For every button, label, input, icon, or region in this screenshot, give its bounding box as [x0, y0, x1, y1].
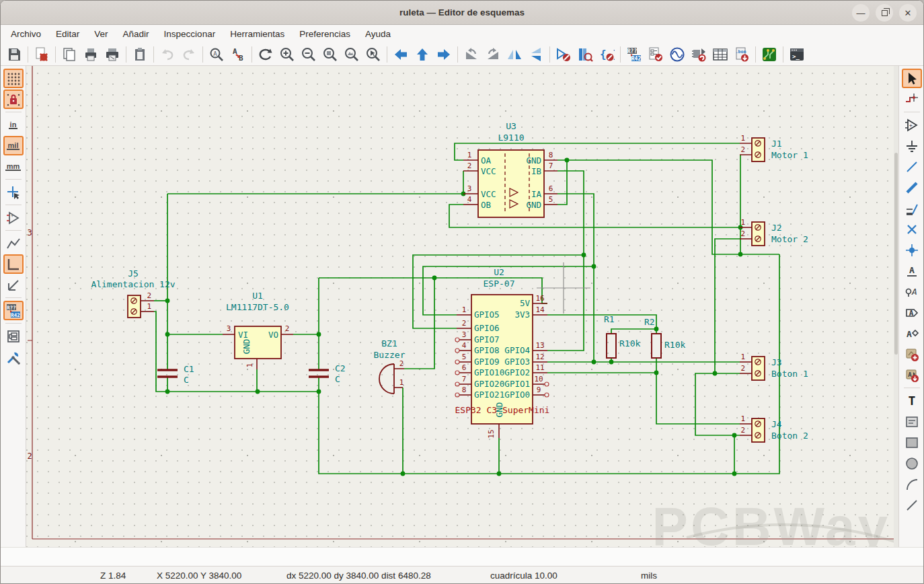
restore-button[interactable] — [876, 4, 893, 22]
highlight-net-tool[interactable] — [902, 89, 922, 109]
rectangle-tool[interactable] — [902, 433, 922, 452]
free-angle-wires-button[interactable] — [3, 233, 24, 253]
line-tool[interactable] — [902, 495, 922, 515]
junction-tool[interactable] — [902, 240, 922, 260]
erc-check-button[interactable] — [645, 44, 666, 65]
nav-up-button[interactable] — [412, 44, 433, 65]
symbol-fields-table-button[interactable] — [709, 44, 731, 65]
browse-symbol-libraries-button[interactable] — [574, 44, 596, 65]
app-window: ruleta — Editor de esquemas — ✕ Archivo … — [0, 0, 924, 584]
menu-archivo[interactable]: Archivo — [3, 27, 48, 41]
menu-preferencias[interactable]: Preferencias — [292, 27, 358, 41]
print-button[interactable] — [80, 44, 102, 65]
save-button[interactable] — [3, 44, 25, 65]
hv-wires-button[interactable] — [3, 254, 24, 274]
component-j5[interactable]: J5 Alimentacion 12v 2 1 — [91, 268, 175, 318]
schematic-setup-button[interactable] — [31, 44, 52, 65]
zoom-fit-objects-button[interactable] — [341, 44, 362, 65]
zoom-fit-page-button[interactable] — [319, 44, 341, 65]
undo-button[interactable] — [157, 44, 178, 65]
unit-inches-button[interactable]: in — [3, 115, 24, 135]
nav-back-button[interactable] — [390, 44, 412, 65]
cursor-shape-toggle[interactable] — [3, 182, 24, 202]
find-button[interactable]: A — [206, 44, 227, 65]
plot-button[interactable] — [102, 44, 123, 65]
scripting-console-button[interactable]: >_ — [786, 44, 808, 65]
mirror-horizontal-button[interactable] — [504, 44, 525, 65]
arc-tool[interactable] — [902, 474, 922, 494]
edit-symbol-fields-button[interactable]: { } — [596, 44, 617, 65]
menu-ayuda[interactable]: Ayuda — [358, 27, 398, 41]
net-label-tool[interactable]: A — [902, 261, 922, 281]
component-c1[interactable]: C1 C — [157, 364, 194, 385]
zoom-in-button[interactable] — [276, 44, 298, 65]
annotate-symbols-button[interactable]: R??R42 — [623, 44, 645, 65]
component-bz1[interactable]: BZ1 Buzzer 2 1 — [374, 338, 406, 394]
component-j1[interactable]: 1 2 J1 Motor 1 — [740, 134, 808, 161]
component-u3[interactable]: U3 L9110 1 2 3 4 8 7 6 5 OA VCC VCC OB G… — [463, 121, 557, 217]
wires-45-button[interactable] — [3, 275, 24, 295]
hierarchy-navigator-toggle[interactable] — [3, 326, 24, 346]
zoom-selection-button[interactable] — [362, 44, 384, 65]
properties-panel-toggle[interactable] — [3, 347, 24, 367]
grid-override-lock-toggle[interactable] — [3, 89, 24, 109]
svg-text:1: 1 — [245, 363, 254, 368]
menu-inspeccionar[interactable]: Inspeccionar — [157, 27, 223, 41]
nav-forward-button[interactable] — [433, 44, 455, 65]
find-replace-button[interactable]: AB — [227, 44, 249, 65]
place-symbol-tool[interactable]: + — [902, 115, 922, 135]
mirror-vertical-button[interactable] — [525, 44, 547, 65]
paste-button[interactable] — [129, 44, 151, 65]
schematic-drawing[interactable]: 3 2 — [26, 66, 898, 547]
select-tool[interactable] — [902, 69, 922, 88]
place-power-port-tool[interactable] — [902, 136, 922, 155]
horizontal-scrollbar[interactable] — [1, 547, 923, 566]
add-sheet-tool[interactable] — [902, 344, 922, 364]
import-sheet-pin-tool[interactable]: A — [902, 365, 922, 385]
global-label-tool[interactable]: A — [902, 282, 922, 301]
component-r1[interactable]: R1 R10k — [604, 314, 640, 358]
schematic-canvas[interactable]: 3 2 — [26, 66, 898, 547]
menu-ver[interactable]: Ver — [87, 27, 115, 41]
menu-editar[interactable]: Editar — [48, 27, 87, 41]
simulator-button[interactable] — [666, 44, 688, 65]
component-j3[interactable]: 1 2 J3 Boton 1 — [740, 353, 808, 380]
no-connect-tool[interactable] — [902, 219, 922, 239]
minimize-button[interactable]: — — [852, 4, 870, 22]
draw-bus-tool[interactable] — [902, 178, 922, 197]
draw-wire-tool[interactable] — [902, 157, 922, 176]
netclass-directive-tool[interactable]: A — [902, 324, 922, 343]
page-settings-button[interactable] — [59, 44, 80, 65]
component-u2[interactable]: U2 ESP-07 1 2 3 4 5 6 7 8 16 14 13 12 11… — [455, 267, 550, 439]
u1-ref: U1 — [252, 291, 263, 301]
hidden-pins-toggle[interactable]: + — [3, 208, 24, 227]
grid-dots-toggle[interactable] — [3, 69, 24, 88]
component-j4[interactable]: 1 2 J4 Boton 2 — [740, 414, 808, 442]
annotate-auto-toggle[interactable]: R??R42 — [3, 301, 24, 320]
rotate-cw-button[interactable] — [482, 44, 504, 65]
menu-anadir[interactable]: Añadir — [116, 27, 157, 41]
bus-entry-tool[interactable] — [902, 198, 922, 218]
textbox-tool[interactable] — [902, 412, 922, 431]
zoom-out-button[interactable] — [298, 44, 319, 65]
open-pcb-editor-button[interactable] — [759, 44, 780, 65]
hierarchical-label-tool[interactable]: A — [902, 303, 922, 322]
menu-herramientas[interactable]: Herramientas — [223, 27, 292, 41]
unit-mm-button[interactable]: mm — [3, 157, 24, 176]
text-tool[interactable]: T — [902, 391, 922, 410]
unit-mils-button[interactable]: mil — [3, 136, 24, 155]
component-j2[interactable]: 1 2 J2 Motor 2 — [740, 218, 808, 246]
redo-button[interactable] — [178, 44, 200, 65]
close-button[interactable]: ✕ — [899, 4, 917, 22]
refresh-view-button[interactable] — [255, 44, 276, 65]
component-u1[interactable]: U1 LM1117DT-5.0 3 2 1 VI VO GND — [223, 291, 293, 369]
export-bom-button[interactable]: .bom — [731, 44, 753, 65]
component-c2[interactable]: C2 C — [309, 363, 346, 384]
assign-footprints-button[interactable] — [688, 44, 709, 65]
circle-tool[interactable] — [902, 453, 922, 473]
component-r2[interactable]: R2 R10k — [644, 317, 685, 358]
vertical-scrollbar[interactable] — [894, 66, 898, 547]
edit-symbol-button[interactable] — [553, 44, 574, 65]
rotate-ccw-button[interactable] — [461, 44, 482, 65]
scrollbar-thumb[interactable] — [894, 153, 898, 355]
